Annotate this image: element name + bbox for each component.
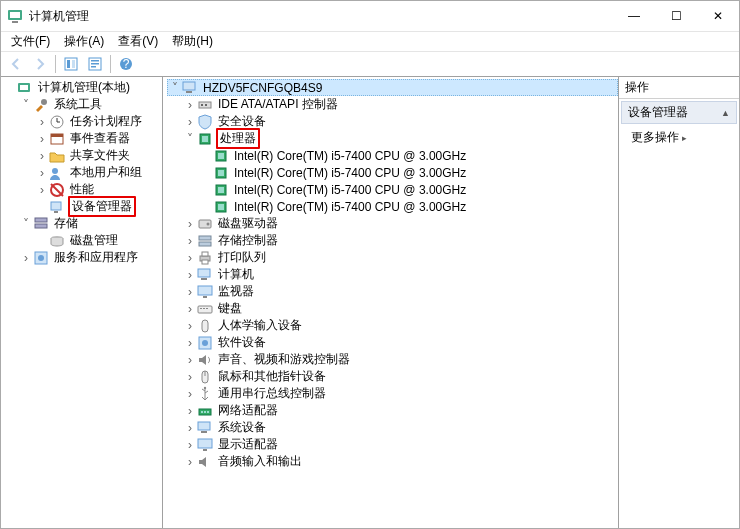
device-system[interactable]: ›系统设备 (183, 419, 618, 436)
device-cpu-core[interactable]: ›Intel(R) Core(TM) i5-7400 CPU @ 3.00GHz (199, 164, 618, 181)
actions-header: 操作 (619, 77, 739, 99)
svg-rect-58 (202, 320, 208, 332)
expand-icon[interactable]: › (35, 149, 49, 163)
expand-icon[interactable]: › (183, 115, 197, 129)
node-label: 本地用户和组 (68, 164, 144, 181)
tree-shared-folders[interactable]: ›共享文件夹 (35, 147, 162, 164)
expand-icon[interactable]: › (183, 217, 197, 231)
device-keyboards[interactable]: ›键盘 (183, 300, 618, 317)
node-label: 服务和应用程序 (52, 249, 140, 266)
svg-rect-69 (201, 431, 207, 433)
help-button[interactable]: ? (115, 53, 137, 75)
mouse-icon (197, 369, 213, 385)
network-icon (197, 403, 213, 419)
menu-file[interactable]: 文件(F) (5, 32, 56, 51)
tree-local-users[interactable]: ›本地用户和组 (35, 164, 162, 181)
actions-more[interactable]: 更多操作 ▸ (621, 126, 737, 149)
tree-system-tools[interactable]: ˅ 系统工具 (19, 96, 162, 113)
device-hid[interactable]: ›人体学输入设备 (183, 317, 618, 334)
collapse-icon[interactable]: ˅ (19, 217, 33, 231)
left-pane: ▸ 计算机管理(本地) ˅ 系统工具 ›任务计划程序 (1, 77, 163, 528)
collapse-icon[interactable]: ˅ (168, 81, 182, 95)
node-label: Intel(R) Core(TM) i5-7400 CPU @ 3.00GHz (232, 200, 468, 214)
expand-icon[interactable]: › (183, 370, 197, 384)
close-button[interactable]: ✕ (697, 1, 739, 31)
device-computer-node[interactable]: ˅ HZDV5FCNFGQB4S9 (167, 79, 618, 96)
expand-icon[interactable]: › (183, 353, 197, 367)
svg-rect-7 (91, 60, 99, 62)
expand-icon[interactable]: › (183, 268, 197, 282)
expand-icon[interactable]: › (35, 132, 49, 146)
expand-icon[interactable]: › (183, 251, 197, 265)
menu-help[interactable]: 帮助(H) (166, 32, 219, 51)
expand-icon[interactable]: › (35, 115, 49, 129)
device-processors[interactable]: ˅处理器 (183, 130, 618, 147)
svg-rect-5 (72, 60, 75, 68)
properties-button[interactable] (84, 53, 106, 75)
actions-more-label: 更多操作 (631, 130, 679, 144)
device-cpu-core[interactable]: ›Intel(R) Core(TM) i5-7400 CPU @ 3.00GHz (199, 181, 618, 198)
node-label: 显示适配器 (216, 436, 280, 453)
node-label: 计算机管理(本地) (36, 79, 132, 96)
expand-icon[interactable]: › (183, 98, 197, 112)
device-computers[interactable]: ›计算机 (183, 266, 618, 283)
expand-icon[interactable]: › (183, 404, 197, 418)
device-disk-drives[interactable]: ›磁盘驱动器 (183, 215, 618, 232)
tree-device-manager[interactable]: ›设备管理器 (35, 198, 162, 215)
expand-icon[interactable]: › (35, 166, 49, 180)
menu-view[interactable]: 查看(V) (112, 32, 164, 51)
expand-icon[interactable]: › (183, 336, 197, 350)
svg-rect-48 (202, 252, 208, 256)
menu-action[interactable]: 操作(A) (58, 32, 110, 51)
node-label: 人体学输入设备 (216, 317, 304, 334)
mmc-icon (17, 80, 33, 96)
actions-category[interactable]: 设备管理器 ▲ (621, 101, 737, 124)
tree-event-viewer[interactable]: ›事件查看器 (35, 130, 162, 147)
device-print-queues[interactable]: ›打印队列 (183, 249, 618, 266)
actions-pane: 操作 设备管理器 ▲ 更多操作 ▸ (619, 77, 739, 528)
speaker-icon (197, 352, 213, 368)
device-monitors[interactable]: ›监视器 (183, 283, 618, 300)
cpu-icon (213, 199, 229, 215)
device-software[interactable]: ›软件设备 (183, 334, 618, 351)
svg-rect-22 (54, 211, 58, 213)
collapse-icon[interactable]: ˅ (19, 98, 33, 112)
maximize-button[interactable]: ☐ (655, 1, 697, 31)
expand-icon[interactable]: › (19, 251, 33, 265)
device-display[interactable]: ›显示适配器 (183, 436, 618, 453)
toolbar: ? (1, 51, 739, 77)
minimize-button[interactable]: — (613, 1, 655, 31)
device-cpu-core[interactable]: ›Intel(R) Core(TM) i5-7400 CPU @ 3.00GHz (199, 147, 618, 164)
device-ide-controllers[interactable]: ›IDE ATA/ATAPI 控制器 (183, 96, 618, 113)
svg-rect-4 (67, 60, 70, 68)
expand-icon[interactable]: › (183, 438, 197, 452)
security-icon (197, 114, 213, 130)
expand-icon[interactable]: › (35, 183, 49, 197)
device-network[interactable]: ›网络适配器 (183, 402, 618, 419)
back-button (5, 53, 27, 75)
event-icon (49, 131, 65, 147)
device-mice[interactable]: ›鼠标和其他指针设备 (183, 368, 618, 385)
show-hide-tree-button[interactable] (60, 53, 82, 75)
expand-icon[interactable]: › (183, 234, 197, 248)
expand-icon[interactable]: › (183, 421, 197, 435)
expand-icon[interactable]: › (183, 319, 197, 333)
svg-rect-54 (198, 306, 212, 313)
node-label: 磁盘驱动器 (216, 215, 280, 232)
expand-icon[interactable]: › (183, 285, 197, 299)
device-audio-video-game[interactable]: ›声音、视频和游戏控制器 (183, 351, 618, 368)
tree-storage[interactable]: ˅ 存储 (19, 215, 162, 232)
svg-rect-8 (91, 63, 99, 65)
expand-icon[interactable]: › (183, 302, 197, 316)
expand-icon[interactable]: › (183, 387, 197, 401)
expand-icon[interactable]: › (183, 455, 197, 469)
collapse-icon[interactable]: ˅ (183, 132, 197, 146)
device-audio-io[interactable]: ›音频输入和输出 (183, 453, 618, 470)
tree-disk-management[interactable]: ›磁盘管理 (35, 232, 162, 249)
tree-root-computer-management[interactable]: ▸ 计算机管理(本地) (3, 79, 162, 96)
device-usb[interactable]: ›通用串行总线控制器 (183, 385, 618, 402)
tree-task-scheduler[interactable]: ›任务计划程序 (35, 113, 162, 130)
tree-services-apps[interactable]: ›服务和应用程序 (19, 249, 162, 266)
device-storage-controllers[interactable]: ›存储控制器 (183, 232, 618, 249)
device-cpu-core[interactable]: ›Intel(R) Core(TM) i5-7400 CPU @ 3.00GHz (199, 198, 618, 215)
